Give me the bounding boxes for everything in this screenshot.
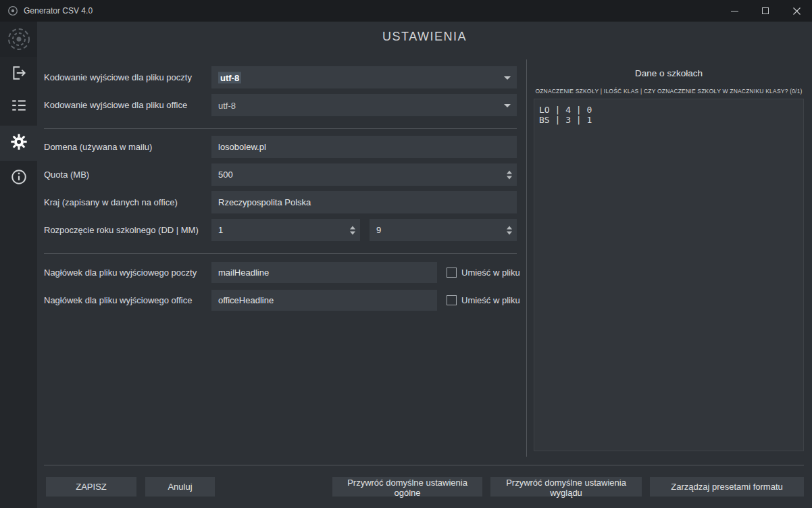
quota-spinners — [507, 170, 512, 179]
sidebar-logo-icon — [0, 22, 37, 57]
office-headline-input[interactable] — [211, 290, 437, 311]
restore-general-defaults-button[interactable]: Przywróć domyślne ustawienia ogólne — [332, 477, 482, 497]
table-rows-icon — [10, 97, 28, 117]
sidebar-item-format[interactable] — [0, 91, 37, 123]
sidebar-item-info[interactable] — [0, 162, 37, 195]
schools-panel-subtitle: OZNACZENIE SZKOŁY | ILOŚĆ KLAS | CZY OZN… — [534, 88, 804, 95]
save-button[interactable]: ZAPISZ — [46, 477, 136, 497]
encoding-office-dropdown[interactable]: utf-8 — [211, 94, 517, 116]
encoding-office-value: utf-8 — [218, 100, 236, 110]
chevron-down-icon — [504, 76, 511, 80]
schools-panel-title: Dane o szkołach — [534, 68, 804, 78]
spin-down-icon[interactable] — [507, 231, 512, 234]
day-spinners — [350, 226, 355, 234]
encoding-mail-value: utf-8 — [218, 72, 241, 83]
school-year-month-input[interactable] — [370, 219, 517, 241]
office-headline-checkbox[interactable] — [447, 295, 457, 305]
app-window: Generator CSV 4.0 — [0, 0, 812, 508]
quota-input[interactable] — [211, 163, 517, 186]
spin-down-icon[interactable] — [350, 231, 355, 234]
cancel-button[interactable]: Anuluj — [145, 477, 215, 497]
info-icon — [10, 168, 28, 188]
section-divider — [44, 253, 517, 254]
minimize-button[interactable] — [719, 0, 750, 22]
mail-headline-checkbox[interactable] — [447, 268, 457, 278]
quota-label: Quota (MB) — [44, 163, 89, 186]
office-headline-label: Nagłówek dla pliku wyjściowego office — [44, 290, 192, 311]
window-title: Generator CSV 4.0 — [24, 6, 93, 16]
school-year-day-field — [211, 219, 360, 241]
country-label: Kraj (zapisany w danych na office) — [44, 191, 178, 213]
mail-headline-input[interactable] — [211, 262, 437, 283]
school-year-month-field — [370, 219, 517, 241]
mail-headline-check-row: Umieść w pliku — [447, 262, 520, 283]
manage-format-presets-button[interactable]: Zarządzaj presetami formatu — [650, 477, 804, 497]
titlebar: Generator CSV 4.0 — [0, 0, 812, 22]
encoding-mail-dropdown[interactable]: utf-8 — [211, 66, 517, 88]
page-title: USTAWIENIA — [37, 30, 812, 44]
domain-label: Domena (używana w mailu) — [44, 136, 152, 158]
office-headline-checkbox-label: Umieść w pliku — [461, 295, 520, 305]
month-spinners — [507, 226, 512, 234]
section-divider — [44, 128, 517, 129]
gear-icon — [9, 132, 28, 154]
window-controls — [719, 0, 812, 22]
country-input[interactable] — [211, 191, 517, 213]
footer-divider — [44, 465, 804, 465]
sidebar-item-settings[interactable] — [0, 126, 37, 161]
school-year-label: Rozpoczęcie roku szkolnego (DD | MM) — [44, 219, 199, 241]
restore-appearance-defaults-button[interactable]: Przywróć domyślne ustawienia wyglądu — [490, 477, 642, 497]
export-icon — [10, 64, 28, 84]
spin-down-icon[interactable] — [507, 176, 512, 179]
mail-headline-label: Nagłówek dla pliku wyjściowego poczty — [44, 262, 197, 283]
spin-up-icon[interactable] — [350, 226, 355, 229]
encoding-mail-label: Kodowanie wyjściowe dla pliku poczty — [44, 66, 192, 88]
school-year-day-input[interactable] — [211, 219, 360, 241]
encoding-office-label: Kodowanie wyjściowe dla pliku office — [44, 94, 187, 116]
spin-up-icon[interactable] — [507, 226, 512, 229]
sidebar — [0, 22, 37, 508]
mail-headline-checkbox-label: Umieść w pliku — [461, 268, 520, 278]
domain-input[interactable] — [211, 136, 517, 158]
spin-up-icon[interactable] — [507, 170, 512, 174]
vertical-divider — [526, 59, 527, 457]
maximize-button[interactable] — [750, 0, 781, 22]
schools-data-textarea[interactable]: LO | 4 | 0 BS | 3 | 1 — [534, 99, 804, 451]
quota-field — [211, 163, 517, 186]
office-headline-check-row: Umieść w pliku — [447, 290, 520, 311]
sidebar-item-export[interactable] — [0, 58, 37, 91]
app-logo-icon — [7, 5, 18, 16]
close-button[interactable] — [781, 0, 812, 22]
chevron-down-icon — [504, 104, 511, 107]
